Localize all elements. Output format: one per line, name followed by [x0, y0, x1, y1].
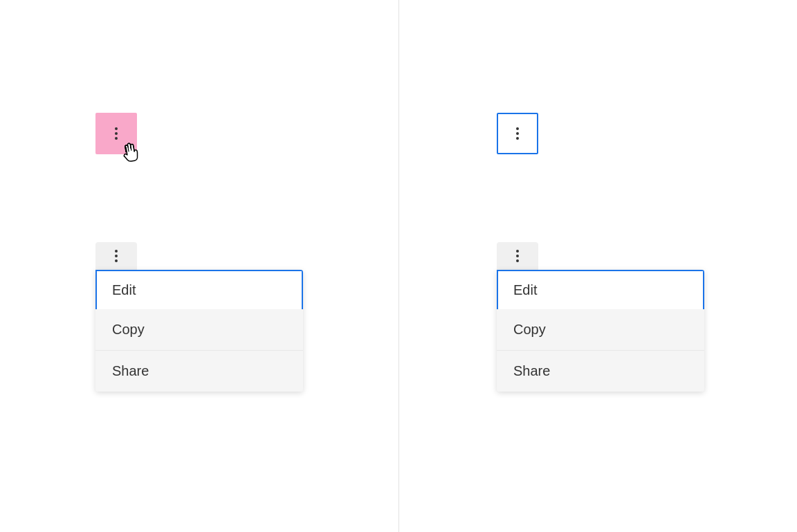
- right-menu-item-copy[interactable]: Copy: [497, 309, 704, 351]
- right-menu-container: Edit Copy Share: [497, 242, 538, 270]
- left-menu-item-copy[interactable]: Copy: [95, 309, 303, 351]
- right-panel: Edit Copy Share: [398, 0, 797, 532]
- right-card-dots-icon: [516, 127, 519, 140]
- left-context-menu: Edit Copy Share: [95, 270, 303, 392]
- blue-card[interactable]: [497, 113, 538, 154]
- right-menu-item-edit[interactable]: Edit: [497, 270, 704, 309]
- pink-card[interactable]: [95, 113, 137, 154]
- left-menu-container: Edit Copy Share: [95, 242, 137, 270]
- three-dots-icon: [115, 127, 118, 140]
- right-menu-item-share[interactable]: Share: [497, 351, 704, 392]
- left-panel: Edit Copy Share: [0, 0, 398, 532]
- right-trigger-dots-icon: [516, 250, 519, 262]
- right-menu-trigger[interactable]: [497, 242, 538, 270]
- right-context-menu: Edit Copy Share: [497, 270, 704, 392]
- left-menu-trigger[interactable]: [95, 242, 137, 270]
- left-menu-item-edit[interactable]: Edit: [95, 270, 303, 309]
- left-menu-item-share[interactable]: Share: [95, 351, 303, 392]
- left-trigger-dots-icon: [115, 250, 118, 262]
